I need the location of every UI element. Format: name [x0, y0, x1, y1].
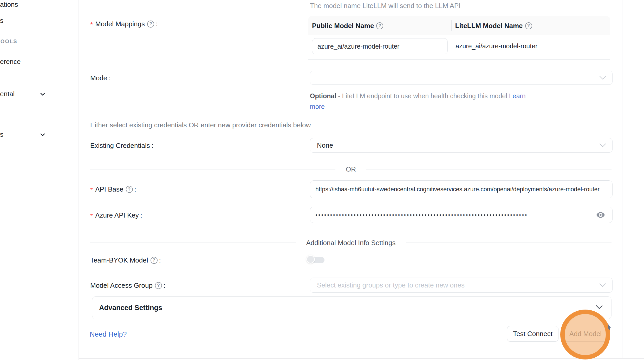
advanced-settings-panel[interactable]: Advanced Settings — [92, 296, 612, 319]
chevron-down-icon — [596, 305, 603, 311]
sidebar-item-users[interactable]: s — [0, 17, 3, 25]
api-base-label: * API Base ? : — [90, 185, 136, 194]
add-model-button[interactable]: Add Model — [563, 326, 608, 342]
or-divider: OR — [90, 165, 612, 173]
model-name-helper-text: The model name LiteLLM will send to the … — [310, 2, 461, 10]
learn-more-link[interactable]: more — [310, 103, 325, 110]
existing-credentials-label: Existing Credentials : — [90, 141, 153, 150]
litellm-model-name-value: azure_ai/azure-model-router — [456, 42, 537, 50]
table-row-divider — [308, 59, 610, 60]
add-model-screen: ations s TOOLS erence ental s The model … — [0, 0, 644, 360]
eye-icon[interactable] — [596, 212, 605, 219]
model-mappings-label: * Model Mappings ? : — [90, 19, 158, 28]
mouse-cursor-icon — [608, 324, 611, 331]
chevron-down-icon — [599, 74, 606, 82]
required-asterisk: * — [90, 212, 93, 220]
chevron-down-icon — [599, 141, 606, 149]
mode-helper-text: Optional - LiteLLM endpoint to use when … — [310, 91, 526, 112]
credentials-note: Either select existing credentials OR en… — [90, 121, 311, 129]
sidebar-item-experimental[interactable]: ental — [0, 90, 15, 98]
sidebar-item-api-reference[interactable]: erence — [0, 58, 21, 66]
litellm-model-name-header: LiteLLM Model Name ? — [452, 22, 532, 30]
content-right-border — [622, 0, 622, 358]
chevron-down-icon — [39, 131, 46, 139]
team-byok-label: Team-BYOK Model ? : — [90, 256, 161, 265]
public-model-name-header: Public Model Name ? — [308, 22, 451, 30]
help-icon[interactable]: ? — [376, 22, 383, 29]
mode-select[interactable] — [310, 71, 613, 85]
existing-credentials-select[interactable]: None — [310, 138, 613, 153]
required-asterisk: * — [90, 21, 93, 29]
public-model-name-input[interactable] — [312, 38, 448, 54]
help-icon[interactable]: ? — [525, 22, 532, 29]
sidebar: ations s TOOLS erence ental s — [0, 0, 79, 360]
test-connect-button[interactable]: Test Connect — [507, 326, 558, 342]
azure-api-key-input[interactable]: ••••••••••••••••••••••••••••••••••••••••… — [310, 207, 613, 223]
sidebar-section-tools: TOOLS — [0, 38, 17, 44]
help-icon[interactable]: ? — [151, 257, 158, 264]
sidebar-item-settings[interactable]: s — [0, 130, 3, 139]
help-icon[interactable]: ? — [155, 282, 162, 289]
content-bottom-border — [79, 358, 644, 359]
help-icon[interactable]: ? — [126, 186, 133, 193]
learn-more-link[interactable]: Learn — [509, 92, 526, 100]
masked-api-key: ••••••••••••••••••••••••••••••••••••••••… — [315, 212, 591, 218]
model-mappings-table-header: Public Model Name ? LiteLLM Model Name ? — [308, 16, 610, 35]
help-icon[interactable]: ? — [147, 21, 154, 28]
toggle-knob — [306, 255, 315, 264]
additional-settings-divider: Additional Model Info Settings — [90, 239, 612, 247]
advanced-settings-title: Advanced Settings — [99, 304, 162, 312]
api-base-input[interactable] — [310, 180, 613, 198]
chevron-down-icon — [39, 90, 46, 99]
sidebar-item-organizations[interactable]: ations — [0, 1, 18, 9]
required-asterisk: * — [90, 186, 93, 194]
chevron-down-icon — [599, 281, 606, 289]
need-help-link[interactable]: Need Help? — [90, 330, 127, 338]
model-access-group-label: Model Access Group ? : — [90, 281, 165, 290]
model-access-group-select[interactable]: Select existing groups or type to create… — [310, 278, 613, 293]
mode-label: Mode : — [90, 74, 110, 82]
azure-api-key-label: * Azure API Key : — [90, 211, 142, 220]
select-placeholder: Select existing groups or type to create… — [317, 281, 465, 289]
